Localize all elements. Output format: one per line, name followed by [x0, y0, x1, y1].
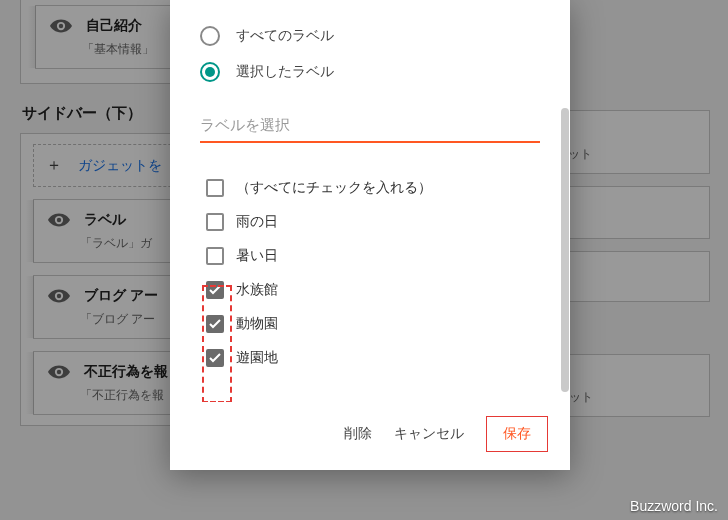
check-label: 雨の日 — [236, 213, 278, 231]
dialog-body: すべてのラベル 選択したラベル （すべてにチェックを入れる） 雨の日 暑い日 — [170, 0, 570, 402]
label-checklist: （すべてにチェックを入れる） 雨の日 暑い日 水族館 動物園 — [200, 179, 540, 367]
check-item[interactable]: 動物園 — [200, 315, 540, 333]
checkbox-icon — [206, 247, 224, 265]
watermark: Buzzword Inc. — [630, 498, 718, 514]
radio-icon — [200, 62, 220, 82]
save-button[interactable]: 保存 — [486, 416, 548, 452]
radio-label: すべてのラベル — [236, 27, 334, 45]
check-label: 遊園地 — [236, 349, 278, 367]
checkbox-icon — [206, 281, 224, 299]
check-item[interactable]: 雨の日 — [200, 213, 540, 231]
dialog-actions: 削除 キャンセル 保存 — [170, 402, 570, 470]
dialog-scrollbar[interactable] — [560, 108, 570, 392]
check-item[interactable]: 遊園地 — [200, 349, 540, 367]
checkbox-icon — [206, 179, 224, 197]
checkbox-icon — [206, 213, 224, 231]
radio-icon — [200, 26, 220, 46]
radio-selected-labels[interactable]: 選択したラベル — [200, 62, 540, 82]
checkbox-icon — [206, 315, 224, 333]
radio-label: 選択したラベル — [236, 63, 334, 81]
annotation-highlight — [202, 285, 232, 402]
check-select-all[interactable]: （すべてにチェックを入れる） — [200, 179, 540, 197]
label-settings-dialog: すべてのラベル 選択したラベル （すべてにチェックを入れる） 雨の日 暑い日 — [170, 0, 570, 470]
label-search-field — [200, 110, 540, 143]
cancel-button[interactable]: キャンセル — [394, 425, 464, 443]
check-label: 水族館 — [236, 281, 278, 299]
check-label: （すべてにチェックを入れる） — [236, 179, 432, 197]
delete-button[interactable]: 削除 — [344, 425, 372, 443]
check-item[interactable]: 暑い日 — [200, 247, 540, 265]
check-label: 暑い日 — [236, 247, 278, 265]
check-item[interactable]: 水族館 — [200, 281, 540, 299]
scroll-thumb[interactable] — [561, 108, 569, 392]
checkbox-icon — [206, 349, 224, 367]
label-search-input[interactable] — [200, 110, 540, 143]
check-label: 動物園 — [236, 315, 278, 333]
radio-all-labels[interactable]: すべてのラベル — [200, 26, 540, 46]
